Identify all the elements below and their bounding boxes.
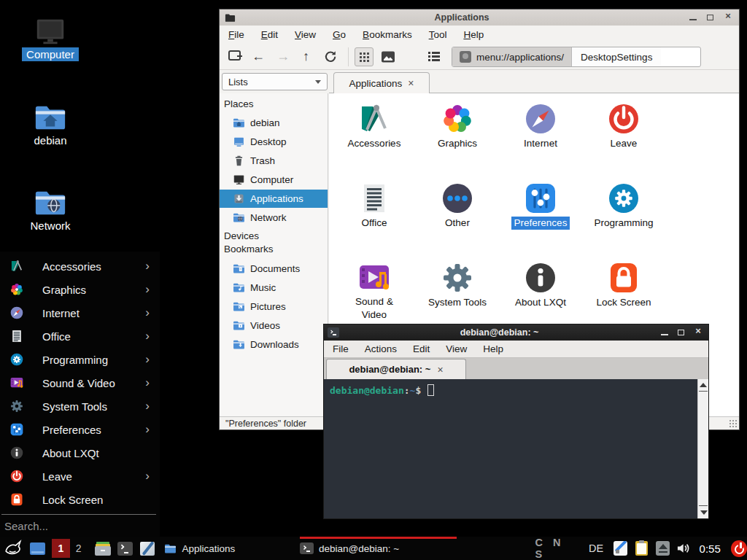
sidebar-item-documents[interactable]: Documents bbox=[220, 260, 328, 278]
terminal-launcher[interactable] bbox=[117, 542, 133, 556]
menu-item-lock-screen[interactable]: Lock Screen bbox=[0, 488, 160, 511]
terminal-menu-help[interactable]: Help bbox=[483, 343, 503, 354]
menu-item-leave[interactable]: Leave › bbox=[0, 464, 160, 488]
terminal-title-bar[interactable]: debian@debian: ~ × bbox=[324, 324, 708, 341]
fm-close-button[interactable]: × bbox=[723, 13, 733, 22]
terminal-window-title: debian@debian: ~ bbox=[339, 327, 659, 338]
terminal-maximize-button[interactable] bbox=[676, 328, 686, 337]
menu-item-office[interactable]: Office › bbox=[0, 324, 160, 348]
sidebar-item-music[interactable]: Music bbox=[220, 279, 328, 297]
task-button-terminal[interactable]: debian@debian: ~ bbox=[300, 537, 457, 560]
grid-item-accessories[interactable]: Accessories bbox=[333, 101, 416, 150]
fm-menu-tool[interactable]: Tool bbox=[429, 29, 447, 40]
terminal-close-button[interactable]: × bbox=[693, 328, 703, 337]
task-button-applications[interactable]: Applications bbox=[164, 537, 300, 560]
grid-item-about-lxqt[interactable]: About LXQt bbox=[499, 260, 582, 309]
grid-item-office[interactable]: Office bbox=[333, 181, 416, 230]
grid-item-leave[interactable]: Leave bbox=[582, 101, 665, 150]
fm-menu-file[interactable]: File bbox=[228, 29, 244, 40]
featherpad-launcher[interactable] bbox=[140, 542, 155, 556]
grid-item-lock-screen[interactable]: Lock Screen bbox=[582, 260, 665, 309]
grid-item-system-tools[interactable]: System Tools bbox=[416, 260, 499, 309]
screengrab-tray-icon[interactable] bbox=[614, 541, 627, 556]
sidebar-item-network[interactable]: Network bbox=[220, 209, 328, 227]
grid-item-preferences[interactable]: Preferences bbox=[499, 181, 582, 230]
submenu-arrow-icon: › bbox=[145, 376, 150, 390]
menu-item-graphics[interactable]: Graphics › bbox=[0, 278, 160, 301]
fm-tab-applications[interactable]: Applications × bbox=[333, 72, 430, 93]
clock[interactable]: 0:55 bbox=[700, 542, 721, 555]
terminal-menu-edit[interactable]: Edit bbox=[413, 343, 430, 354]
network-folder-icon bbox=[233, 211, 245, 224]
fm-menu-go[interactable]: Go bbox=[333, 29, 346, 40]
terminal-tab[interactable]: debian@debian: ~ × bbox=[326, 359, 466, 379]
sidebar-item-trash[interactable]: Trash bbox=[220, 152, 328, 170]
menu-item-internet[interactable]: Internet › bbox=[0, 301, 160, 324]
up-button[interactable]: ↑ bbox=[303, 50, 309, 63]
terminal-menu-file[interactable]: File bbox=[333, 343, 349, 354]
terminal-menu-actions[interactable]: Actions bbox=[365, 343, 397, 354]
menu-item-preferences[interactable]: Preferences › bbox=[0, 418, 160, 441]
scroll-down-icon[interactable] bbox=[698, 507, 709, 518]
main-menu-button[interactable] bbox=[4, 539, 22, 558]
menu-search-input[interactable] bbox=[0, 516, 160, 536]
fm-menu-help[interactable]: Help bbox=[463, 29, 484, 40]
grid-item-graphics[interactable]: Graphics bbox=[416, 101, 499, 150]
desktop-icon-computer[interactable]: Computer bbox=[19, 15, 82, 61]
menu-item-accessories[interactable]: Accessories › bbox=[0, 254, 160, 278]
sidebar-item-pictures[interactable]: Pictures bbox=[220, 298, 328, 316]
grid-icon bbox=[359, 52, 370, 63]
grid-item-other[interactable]: Other bbox=[416, 181, 499, 230]
sidebar-item-applications[interactable]: Applications bbox=[220, 190, 328, 208]
menu-item-system-tools[interactable]: System Tools › bbox=[0, 394, 160, 418]
sidebar-item-computer[interactable]: Computer bbox=[220, 171, 328, 189]
fm-menu-edit[interactable]: Edit bbox=[261, 29, 278, 40]
desktop-icon-debian[interactable]: debian bbox=[19, 101, 82, 147]
fm-tab-label: Applications bbox=[349, 78, 403, 89]
terminal-minimize-button[interactable] bbox=[659, 328, 670, 337]
clipboard-tray-icon[interactable] bbox=[635, 541, 647, 556]
detailed-view-button[interactable] bbox=[428, 52, 440, 61]
desktop-icon-network[interactable]: Network bbox=[19, 186, 82, 233]
sidebar-item-desktop[interactable]: Desktop bbox=[220, 133, 328, 151]
forward-button[interactable]: → bbox=[276, 50, 290, 63]
terminal-scrollbar[interactable] bbox=[697, 379, 708, 518]
fm-tab-close-icon[interactable]: × bbox=[408, 77, 414, 89]
workspace-1-button[interactable]: 1 bbox=[52, 539, 69, 558]
back-button[interactable]: ← bbox=[252, 50, 265, 63]
scroll-up-icon[interactable] bbox=[700, 383, 707, 387]
submenu-arrow-icon: › bbox=[145, 282, 150, 297]
sidebar-mode-combo[interactable]: Lists bbox=[222, 73, 328, 90]
sidebar-item-videos[interactable]: Videos bbox=[220, 316, 328, 335]
terminal-menu-view[interactable]: View bbox=[446, 343, 467, 354]
menu-item-programming[interactable]: Programming › bbox=[0, 348, 160, 371]
thumbnail-view-button[interactable] bbox=[382, 51, 395, 63]
sidebar-item-downloads[interactable]: Downloads bbox=[220, 335, 328, 354]
eject-tray-icon[interactable] bbox=[656, 541, 670, 556]
reload-button[interactable] bbox=[323, 50, 337, 63]
menu-item-about-lxqt[interactable]: About LXQt bbox=[0, 441, 160, 464]
grid-item-sound-video[interactable]: Sound & Video bbox=[333, 260, 416, 322]
sidebar-item-debian[interactable]: debian bbox=[220, 114, 328, 132]
path-segment-current[interactable]: menu://applications/ bbox=[452, 47, 571, 66]
fm-menu-view[interactable]: View bbox=[295, 29, 316, 40]
file-manager-launcher[interactable] bbox=[95, 542, 110, 556]
fm-menu-bookmarks[interactable]: Bookmarks bbox=[363, 29, 412, 40]
resize-grip[interactable] bbox=[729, 419, 738, 428]
fm-title-bar[interactable]: Applications × bbox=[220, 9, 739, 26]
grid-item-internet[interactable]: Internet bbox=[499, 101, 582, 150]
menu-item-sound-video[interactable]: Sound & Video › bbox=[0, 371, 160, 394]
keyboard-layout-indicator[interactable]: DE bbox=[589, 542, 603, 554]
grid-item-programming[interactable]: Programming bbox=[582, 181, 665, 230]
terminal-tab-close-icon[interactable]: × bbox=[437, 364, 443, 376]
fm-minimize-button[interactable] bbox=[688, 13, 698, 22]
lock-screen-icon bbox=[9, 492, 24, 507]
show-desktop-button[interactable] bbox=[30, 542, 45, 555]
path-segment-desktopsettings[interactable]: DesktopSettings bbox=[571, 47, 661, 66]
bookmarks-header: Bookmarks bbox=[224, 244, 274, 254]
volume-tray-icon[interactable] bbox=[676, 541, 690, 556]
fm-maximize-button[interactable] bbox=[705, 13, 716, 22]
power-button[interactable] bbox=[731, 540, 747, 557]
workspace-2-button[interactable]: 2 bbox=[70, 539, 88, 558]
terminal-screen[interactable]: debian@debian:~$ bbox=[324, 379, 697, 518]
